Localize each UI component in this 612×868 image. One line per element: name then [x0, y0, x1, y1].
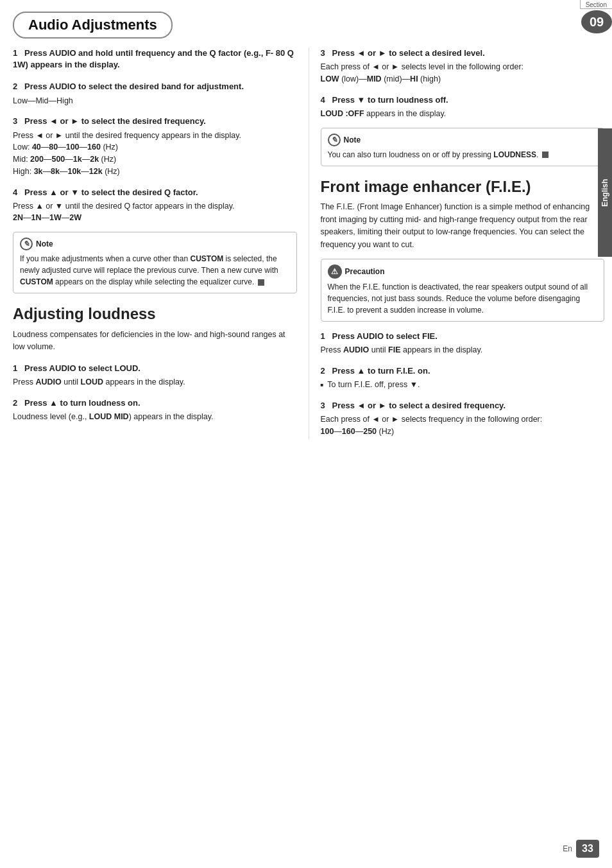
- fie-precaution-body: When the F.I.E. function is deactivated,…: [328, 281, 598, 316]
- fie-step3-heading: 3 Press ◄ or ► to select a desired frequ…: [321, 400, 605, 412]
- left-column: 1 Press AUDIO and hold until frequency a…: [8, 48, 309, 440]
- loud-step3-body: Each press of ◄ or ► selects level in th…: [321, 61, 605, 85]
- footer-page-number: 33: [576, 840, 599, 858]
- loud-note-title: ✎ Note: [328, 134, 598, 146]
- footer: En 33: [563, 840, 599, 858]
- eq-note-label: Note: [36, 238, 53, 250]
- eq-step4-body: Press ▲ or ▼ until the desired Q factor …: [13, 200, 297, 225]
- right-column: 3 Press ◄ or ► to select a desired level…: [309, 48, 605, 440]
- fie-precaution-title: ⚠ Precaution: [328, 265, 598, 279]
- loud-note-icon: ✎: [328, 134, 341, 146]
- page-title-box: Audio Adjustments: [13, 12, 173, 39]
- loud-step2-heading: 2 Press ▲ to turn loudness on.: [13, 397, 297, 409]
- page-title: Audio Adjustments: [28, 17, 157, 33]
- loud-step2-body: Loudness level (e.g., LOUD MID) appears …: [13, 411, 297, 423]
- loud-step1-heading: 1 Press AUDIO to select LOUD.: [13, 363, 297, 374]
- fie-step3-body: Each press of ◄ or ► selects frequency i…: [321, 413, 605, 438]
- eq-step2-heading: 2 Press AUDIO to select the desired band…: [13, 81, 297, 92]
- fie-step2-body: To turn F.I.E. off, press ▼.: [321, 379, 605, 391]
- loud-step1-body: Press AUDIO until LOUD appears in the di…: [13, 376, 297, 388]
- fie-title: Front image enhancer (F.I.E.): [321, 178, 605, 196]
- eq-step1-heading: 1 Press AUDIO and hold until frequency a…: [13, 48, 297, 71]
- loud-note-box: ✎ Note You can also turn loudness on or …: [321, 128, 605, 166]
- eq-note-body: If you make adjustments when a curve oth…: [20, 253, 290, 288]
- eq-note-title: ✎ Note: [20, 238, 290, 250]
- adjusting-loudness-intro: Loudness compensates for deficiencies in…: [13, 329, 297, 354]
- eq-note-box: ✎ Note If you make adjustments when a cu…: [13, 232, 297, 293]
- eq-step2-body: Low—Mid—High: [13, 95, 297, 107]
- note-icon: ✎: [20, 238, 33, 250]
- end-square-icon: [258, 279, 264, 286]
- section-number: 09: [581, 10, 612, 33]
- adjusting-loudness-title: Adjusting loudness: [13, 305, 297, 324]
- loud-note-body: You can also turn loudness on or off by …: [328, 149, 598, 161]
- loud-note-label: Note: [344, 134, 361, 146]
- section-badge: Section 09: [580, 0, 612, 33]
- footer-en-label: En: [563, 844, 572, 853]
- loud-step4-body: LOUD :OFF appears in the display.: [321, 108, 605, 120]
- fie-intro: The F.I.E. (Front Image Enhancer) functi…: [321, 201, 605, 251]
- eq-step3-body: Press ◄ or ► until the desired frequency…: [13, 130, 297, 178]
- loud-step4-heading: 4 Press ▼ to turn loudness off.: [321, 94, 605, 106]
- fie-step2-heading: 2 Press ▲ to turn F.I.E. on.: [321, 365, 605, 377]
- eq-step3-heading: 3 Press ◄ or ► to select the desired fre…: [13, 116, 297, 127]
- section-label: Section: [580, 0, 612, 9]
- fie-precaution-box: ⚠ Precaution When the F.I.E. function is…: [321, 259, 605, 322]
- loud-end-square-icon: [542, 152, 548, 158]
- fie-step1-body: Press AUDIO until FIE appears in the dis…: [321, 344, 605, 356]
- fie-precaution-label: Precaution: [345, 266, 385, 277]
- precaution-icon: ⚠: [328, 265, 342, 279]
- eq-step4-heading: 4 Press ▲ or ▼ to select the desired Q f…: [13, 187, 297, 198]
- fie-step1-heading: 1 Press AUDIO to select FIE.: [321, 331, 605, 342]
- english-label: English: [598, 128, 612, 257]
- loud-step3-heading: 3 Press ◄ or ► to select a desired level…: [321, 48, 605, 59]
- fie-step2-bullet: To turn F.I.E. off, press ▼.: [321, 379, 605, 391]
